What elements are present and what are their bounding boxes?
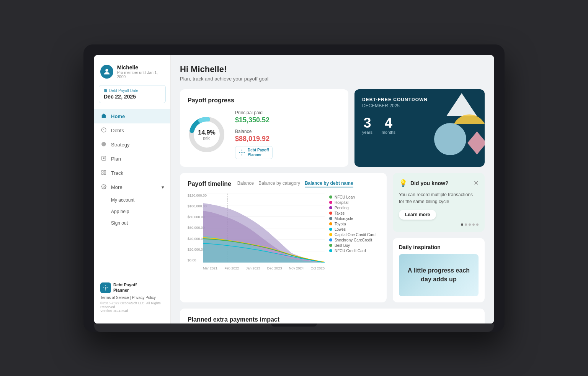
shapes-decoration (423, 89, 485, 167)
svg-point-16 (105, 287, 106, 288)
countdown-months: 4 months (382, 116, 395, 135)
inspiration-image: A little progress each day adds up (399, 254, 479, 296)
legend-item: Motorcycle (329, 217, 379, 221)
legend-dot-motorcycle (329, 217, 332, 220)
avatar (100, 65, 113, 79)
countdown-years: 3 years (362, 116, 372, 135)
main-content: Hi Michelle! Plan, track and achieve you… (171, 55, 494, 323)
svg-rect-1 (104, 89, 107, 92)
balance-value: $88,019.92 (235, 135, 341, 143)
svg-rect-13 (102, 173, 103, 174)
principal-value: $15,350.52 (235, 116, 341, 124)
dpp-brand-badge: Debt PayoffPlanner (235, 146, 273, 159)
countdown-months-number: 4 (382, 116, 395, 130)
did-you-know-title: Did you know? (410, 180, 470, 186)
page-subtitle: Plan, track and achieve your payoff goal (180, 76, 485, 82)
privacy-link[interactable]: Privacy Policy (132, 296, 156, 300)
dpp-logo: Debt PayoffPlanner (100, 282, 164, 293)
payoff-stats: Principal paid $15,350.52 Balance $88,01… (235, 110, 341, 159)
carousel-dot-4 (472, 223, 475, 226)
learn-more-button[interactable]: Learn more (399, 210, 436, 220)
chart-legend: NFCU Loan Hospital Pending (329, 194, 379, 270)
payoff-progress-card: Payoff progress 14.9% paid (180, 89, 348, 167)
sidebar-item-more[interactable]: More ▾ (94, 180, 170, 194)
user-name: Michelle (117, 64, 164, 71)
legend-dot-capital-one (329, 233, 332, 236)
svg-marker-21 (446, 93, 477, 116)
carousel-dot-1 (461, 223, 463, 226)
sidebar-item-home[interactable]: Home (94, 109, 170, 123)
did-you-know-card: 💡 Did you know? ✕ You can record multipl… (393, 173, 485, 232)
sidebar-item-track[interactable]: Track (94, 166, 170, 180)
page-title: Hi Michelle! (180, 64, 485, 74)
svg-point-7 (101, 142, 106, 146)
chevron-down-icon: ▾ (162, 184, 164, 190)
legend-dot-nfcu-cc (329, 249, 332, 252)
legend-dot-pending (329, 206, 332, 209)
timeline-inner: $120,000.00 $100,000.00 $80,000.00 $60,0… (188, 194, 379, 270)
sidebar-item-app-help[interactable]: App help (94, 206, 170, 217)
daily-inspiration-title: Daily inspiration (399, 244, 479, 250)
carousel-dot-3 (469, 223, 471, 226)
did-you-know-header: 💡 Did you know? ✕ (399, 179, 479, 187)
svg-rect-12 (104, 170, 106, 172)
legend-item: Pending (329, 206, 379, 210)
copyright: ©2015-2022 OxbowSoft LLC. All Rights Res… (100, 301, 164, 309)
donut-chart: 14.9% paid (188, 115, 226, 154)
timeline-row: Payoff timeline Balance Balance by categ… (180, 173, 485, 302)
sidebar-links: Terms of Service | Privacy Policy (100, 296, 164, 300)
strategy-icon (100, 141, 107, 148)
tab-balance-by-category[interactable]: Balance by category (258, 181, 300, 187)
sidebar-item-plan[interactable]: Plan (94, 152, 170, 166)
inspiration-quote: A little progress each day adds up (399, 263, 479, 287)
daily-inspiration-card: Daily inspiration A little progress each… (393, 238, 485, 302)
track-icon (100, 170, 107, 176)
sidebar-item-strategy[interactable]: Strategy (94, 138, 170, 152)
legend-item: Capital One Credit Card (329, 233, 379, 237)
close-icon[interactable]: ✕ (474, 179, 479, 187)
legend-item: Best Buy (329, 243, 379, 248)
dpp-logo-text: Debt PayoffPlanner (113, 282, 137, 292)
carousel-dots (399, 223, 479, 226)
legend-item: Taxes (329, 211, 379, 215)
legend-item: Lowes (329, 227, 379, 232)
did-you-know-text: You can record multiple transactions for… (399, 191, 479, 205)
plan-icon (100, 156, 107, 162)
tab-balance-by-debt[interactable]: Balance by debt name (305, 181, 353, 187)
sidebar-item-my-account[interactable]: My account (94, 194, 170, 206)
carousel-dot-2 (465, 223, 467, 226)
debt-payoff-date-value: Dec 22, 2025 (104, 94, 161, 100)
principal-label: Principal paid (235, 110, 341, 115)
legend-item: Synchrony CareCredit (329, 238, 379, 242)
version: Version 9424254d (100, 309, 164, 313)
countdown-months-label: months (382, 130, 395, 135)
chart-x-labels: Mar 2021 Feb 2022 Jan 2023 Dec 2023 Nov … (203, 266, 325, 270)
svg-marker-23 (467, 131, 485, 154)
countdown-years-label: years (362, 130, 372, 135)
svg-rect-11 (102, 170, 103, 172)
debts-icon (100, 127, 107, 134)
legend-dot-nfcu-loan (329, 195, 332, 199)
sidebar: Michelle Pro member until Jan 1, 2000 De… (94, 55, 171, 323)
page-greeting: Hi Michelle! Plan, track and achieve you… (180, 64, 485, 82)
svg-point-0 (105, 69, 108, 71)
legend-dot-toyota (329, 222, 332, 225)
donut-pct: 14.9% (198, 129, 215, 136)
svg-rect-14 (104, 173, 106, 174)
chart-svg (203, 194, 325, 263)
sidebar-item-sign-out[interactable]: Sign out (94, 217, 170, 229)
sidebar-user: Michelle Pro member until Jan 1, 2000 (94, 61, 170, 85)
carousel-dot-5 (476, 223, 479, 226)
balance-label: Balance (235, 129, 341, 134)
planned-extra-title: Planned extra payments impact (188, 316, 477, 323)
tab-balance[interactable]: Balance (237, 181, 254, 187)
payoff-progress-title: Payoff progress (188, 97, 341, 104)
planned-extra-card: Planned extra payments impact (180, 309, 485, 323)
legend-dot-synchrony (329, 238, 332, 241)
payoff-progress-content: 14.9% paid Principal paid $15,350.52 Bal… (188, 110, 341, 159)
terms-link[interactable]: Terms of Service (100, 296, 129, 300)
legend-item: NFCU Loan (329, 195, 379, 199)
user-pro-label: Pro member until Jan 1, 2000 (117, 71, 164, 79)
sidebar-item-debts[interactable]: Debts (94, 123, 170, 138)
timeline-card: Payoff timeline Balance Balance by categ… (180, 173, 387, 302)
